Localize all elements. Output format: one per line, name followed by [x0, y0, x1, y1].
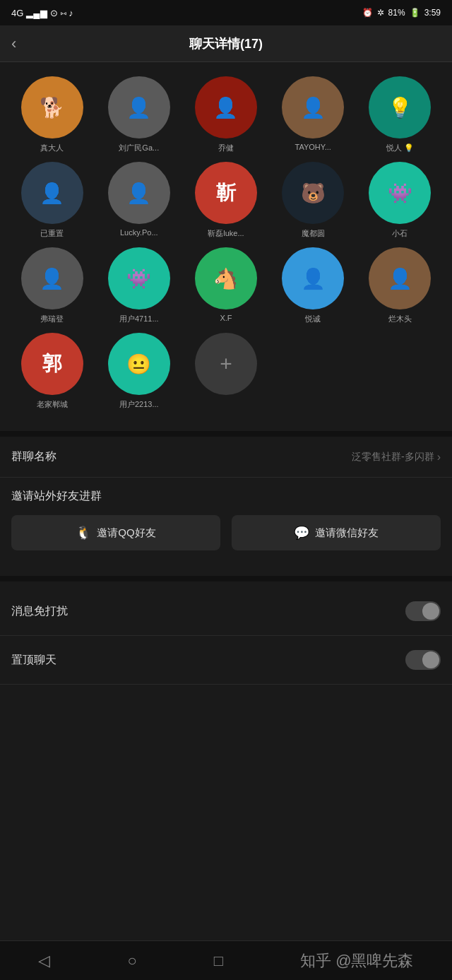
bluetooth-icon: ✲ — [377, 8, 384, 18]
member-item[interactable]: 👤烂木头 — [359, 247, 441, 324]
signal-icon: 4G — [11, 8, 23, 18]
invite-buttons: 🐧 邀请QQ好友 💬 邀请微信好友 — [11, 515, 441, 550]
member-name: 刘广民Ga... — [98, 143, 179, 153]
status-right: ⏰ ✲ 81% 🔋 3:59 — [362, 8, 441, 18]
section-divider-2 — [0, 576, 452, 581]
members-grid: 🐕真大人👤刘广民Ga...👤乔健👤TAYOHY...💡悦人 💡👤已重置👤Luck… — [11, 76, 441, 410]
group-name-label: 群聊名称 — [11, 449, 56, 464]
pin-chat-knob — [422, 651, 439, 668]
member-item[interactable]: 👤乔健 — [185, 76, 266, 153]
do-not-disturb-toggle[interactable] — [405, 601, 441, 621]
member-item[interactable]: 👤TAYOHY... — [273, 76, 354, 153]
zhihu-label: 知乎 @黑啤先森 — [300, 950, 413, 972]
zhihu-watermark: 知乎 @黑啤先森 — [300, 950, 413, 972]
member-name: 烂木头 — [359, 314, 441, 324]
member-name: 老家郸城 — [11, 399, 93, 410]
group-name-value: 泛零售社群-多闪群 › — [352, 451, 441, 464]
member-name: 用户2213... — [98, 399, 179, 410]
member-item[interactable]: 郭老家郸城 — [11, 333, 93, 410]
add-member-button[interactable]: + — [185, 333, 266, 410]
member-name: Lucky.Po... — [98, 228, 179, 237]
signal-bars: ▂▄▆ — [26, 8, 47, 18]
header: ‹ 聊天详情(17) — [0, 25, 452, 62]
member-name: 弗瑞登 — [11, 314, 93, 324]
back-nav-icon: ◁ — [38, 952, 50, 970]
battery-level: 81% — [388, 8, 405, 18]
member-name: 乔健 — [185, 143, 266, 153]
status-left: 4G ▂▄▆ ⊙ ⑅ ♪ — [11, 8, 73, 18]
members-section: 🐕真大人👤刘广民Ga...👤乔健👤TAYOHY...💡悦人 💡👤已重置👤Luck… — [0, 62, 452, 417]
invite-wechat-label: 邀请微信好友 — [315, 526, 379, 540]
add-icon: + — [195, 333, 257, 395]
do-not-disturb-knob — [422, 603, 439, 620]
member-name: 悦人 💡 — [359, 143, 441, 153]
member-item[interactable]: 👤已重置 — [11, 162, 93, 239]
member-name: X.F — [185, 314, 266, 322]
member-item[interactable]: 😐用户2213... — [98, 333, 179, 410]
member-name: TAYOHY... — [273, 143, 354, 151]
member-item[interactable]: 👤悦诚 — [273, 247, 354, 324]
member-item[interactable]: 🐕真大人 — [11, 76, 93, 153]
invite-qq-label: 邀请QQ好友 — [97, 526, 155, 540]
home-nav-icon: ○ — [127, 952, 136, 970]
member-item[interactable]: 👾用户4711... — [98, 247, 179, 324]
time-display: 3:59 — [424, 8, 441, 18]
wifi-icon: ⊙ — [50, 8, 58, 18]
member-name: 真大人 — [11, 143, 93, 153]
extra-icons: ⑅ ♪ — [61, 8, 73, 18]
member-item[interactable]: 💡悦人 💡 — [359, 76, 441, 153]
bottom-nav: ◁ ○ □ 知乎 @黑啤先森 — [0, 940, 452, 980]
invite-section: 邀请站外好友进群 🐧 邀请QQ好友 💬 邀请微信好友 — [0, 478, 452, 562]
member-item[interactable]: 👾小石 — [359, 162, 441, 239]
pin-chat-label: 置顶聊天 — [11, 653, 56, 668]
member-item[interactable]: 👤弗瑞登 — [11, 247, 93, 324]
home-nav-button[interactable]: ○ — [127, 952, 136, 970]
member-item[interactable]: 靳靳磊luke... — [185, 162, 266, 239]
alarm-icon: ⏰ — [362, 8, 373, 18]
member-item[interactable]: 👤Lucky.Po... — [98, 162, 179, 239]
battery-icon: 🔋 — [410, 8, 420, 18]
invite-title: 邀请站外好友进群 — [11, 489, 441, 504]
invite-qq-button[interactable]: 🐧 邀请QQ好友 — [11, 515, 220, 550]
do-not-disturb-row: 消息免打扰 — [0, 587, 452, 636]
recent-nav-icon: □ — [214, 952, 223, 970]
chevron-right-icon: › — [437, 451, 441, 464]
pin-chat-toggle[interactable] — [405, 650, 441, 670]
qq-icon: 🐧 — [76, 525, 91, 541]
recent-nav-button[interactable]: □ — [214, 952, 223, 970]
invite-wechat-button[interactable]: 💬 邀请微信好友 — [232, 515, 441, 550]
pin-chat-row: 置顶聊天 — [0, 636, 452, 685]
member-item[interactable]: 🐻魔都圆 — [273, 162, 354, 239]
member-name: 魔都圆 — [273, 228, 354, 239]
member-item[interactable]: 🐴X.F — [185, 247, 266, 324]
member-name: 用户4711... — [98, 314, 179, 324]
member-item[interactable]: 👤刘广民Ga... — [98, 76, 179, 153]
back-nav-button[interactable]: ◁ — [38, 952, 50, 970]
page-title: 聊天详情(17) — [189, 35, 263, 52]
member-name: 悦诚 — [273, 314, 354, 324]
member-name: 已重置 — [11, 228, 93, 239]
group-name-row[interactable]: 群聊名称 泛零售社群-多闪群 › — [0, 437, 452, 478]
back-button[interactable]: ‹ — [11, 35, 16, 53]
section-divider — [0, 431, 452, 437]
do-not-disturb-label: 消息免打扰 — [11, 604, 68, 619]
member-name: 小石 — [359, 228, 441, 239]
settings-section: 群聊名称 泛零售社群-多闪群 › — [0, 437, 452, 478]
wechat-icon: 💬 — [294, 525, 309, 541]
member-name: 靳磊luke... — [185, 228, 266, 239]
group-name-text: 泛零售社群-多闪群 — [352, 451, 434, 464]
status-bar: 4G ▂▄▆ ⊙ ⑅ ♪ ⏰ ✲ 81% 🔋 3:59 — [0, 0, 452, 25]
toggle-section: 消息免打扰 置顶聊天 — [0, 587, 452, 685]
